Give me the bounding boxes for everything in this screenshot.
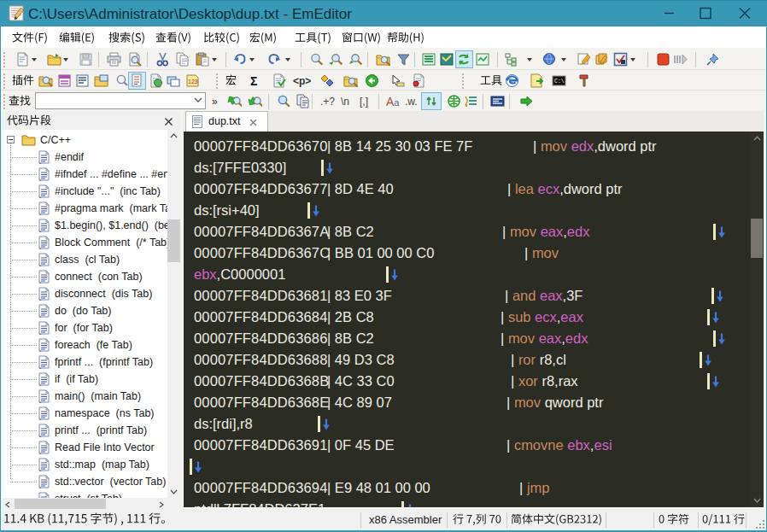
svg-text:123: 123 <box>188 79 198 85</box>
svg-text:C:\: C:\ <box>554 79 565 85</box>
